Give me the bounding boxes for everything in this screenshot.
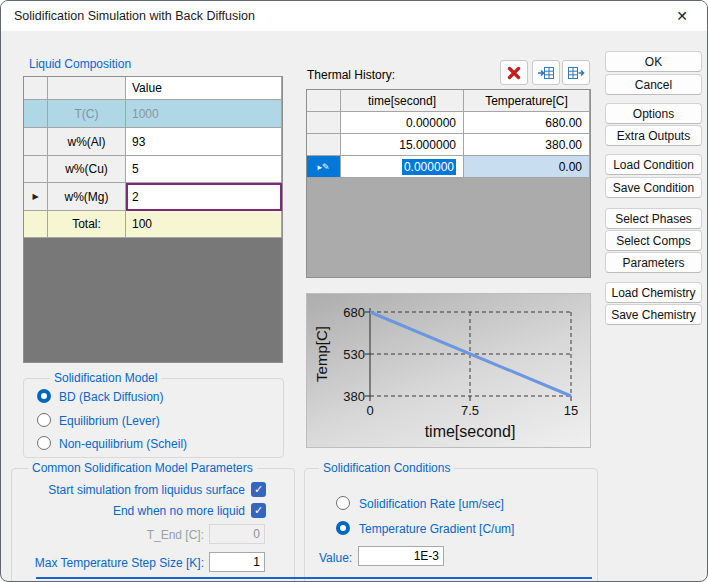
- current-row-header[interactable]: ▶: [24, 183, 48, 211]
- thermal-temp-cell[interactable]: 680.00: [464, 112, 590, 134]
- ok-button[interactable]: OK: [605, 51, 702, 72]
- solidification-model-title: Solidification Model: [50, 371, 161, 385]
- liquid-composition-table: Value T(C) 1000 w%(Al) 93 w%(Cu) 5 ▶ w%(…: [23, 76, 283, 363]
- comp-header-name: [48, 77, 126, 100]
- clipped-panel-top-border: [36, 577, 592, 579]
- comp-row-label: T(C): [48, 100, 126, 128]
- editing-row-header[interactable]: ▸✎: [307, 156, 341, 178]
- comp-row-value[interactable]: 93: [126, 128, 282, 156]
- options-button[interactable]: Options: [605, 103, 702, 124]
- row-header[interactable]: [307, 112, 341, 134]
- thermal-history-chart: 680 530 380 0 7.5 15 time[second] Temp[C…: [306, 293, 591, 448]
- load-condition-button[interactable]: Load Condition: [605, 154, 702, 175]
- thermal-temp-cell[interactable]: 380.00: [464, 134, 590, 156]
- thermal-time-cell-editing[interactable]: 0.000000: [341, 156, 464, 178]
- comp-row-label: w%(Al): [48, 128, 126, 156]
- radio-bd-label[interactable]: BD (Back Diffusion): [59, 390, 163, 404]
- editing-row: ▸✎ 0.000000 0.00: [307, 156, 590, 178]
- table-row: w%(Cu) 5: [24, 156, 282, 183]
- append-row-button[interactable]: [562, 60, 590, 85]
- select-phases-button[interactable]: Select Phases: [605, 208, 702, 229]
- chart-svg: 680 530 380 0 7.5 15 time[second] Temp[C…: [307, 294, 590, 447]
- radio-bd-back-diffusion[interactable]: [37, 389, 51, 403]
- comp-row-label: w%(Mg): [48, 183, 126, 211]
- row-header[interactable]: [307, 134, 341, 156]
- thermal-col-temperature: Temperature[C]: [464, 90, 590, 112]
- radio-non-equilibrium-scheil[interactable]: [37, 436, 51, 450]
- radio-equilibrium-lever[interactable]: [37, 413, 51, 427]
- radio-temperature-gradient[interactable]: [336, 521, 350, 535]
- solidification-rate-label[interactable]: Solidification Rate [um/sec]: [359, 497, 504, 511]
- end-no-liquid-checkbox[interactable]: ✓: [251, 503, 266, 518]
- delete-icon: [506, 65, 522, 81]
- start-liquidus-label[interactable]: Start simulation from liquidus surface: [21, 483, 245, 497]
- comp-header-stub: [24, 77, 48, 100]
- total-value: 100: [126, 211, 282, 238]
- parameters-button[interactable]: Parameters: [605, 252, 702, 273]
- thermal-time-cell[interactable]: 0.000000: [341, 112, 464, 134]
- thermal-col-time: time[second]: [341, 90, 464, 112]
- row-header[interactable]: [24, 156, 48, 183]
- xtick-7-5: 7.5: [461, 403, 479, 418]
- insert-row-icon: [537, 65, 555, 81]
- common-params-title: Common Solidification Model Parameters: [28, 461, 257, 475]
- comp-header-row: Value: [24, 77, 282, 100]
- table-row: 0.000000 680.00: [307, 112, 590, 134]
- comp-row-label: w%(Cu): [48, 156, 126, 183]
- select-comps-button[interactable]: Select Comps: [605, 230, 702, 251]
- radio-equilibrium-label[interactable]: Equilibrium (Lever): [59, 414, 160, 428]
- solidification-conditions-title: Solidification Conditions: [319, 461, 454, 475]
- thermal-history-table: time[second] Temperature[C] 0.000000 680…: [306, 89, 591, 278]
- table-row: T(C) 1000: [24, 100, 282, 128]
- row-header[interactable]: [24, 128, 48, 156]
- thermal-temp-cell[interactable]: 0.00: [464, 156, 590, 178]
- load-chemistry-button[interactable]: Load Chemistry: [605, 282, 702, 303]
- thermal-history-label: Thermal History:: [307, 68, 395, 82]
- gradient-value-input[interactable]: [358, 546, 444, 566]
- cancel-button[interactable]: Cancel: [605, 74, 702, 95]
- thermal-time-cell[interactable]: 15.000000: [341, 134, 464, 156]
- xtick-0: 0: [366, 403, 373, 418]
- radio-solidification-rate[interactable]: [336, 496, 350, 510]
- current-row-arrow-icon: ▶: [32, 192, 38, 201]
- xtick-15: 15: [564, 403, 578, 418]
- max-step-input[interactable]: [209, 552, 265, 572]
- temperature-gradient-label[interactable]: Temperature Gradient [C/um]: [359, 522, 514, 536]
- y-axis-label: Temp[C]: [313, 326, 330, 382]
- edit-pencil-icon: ▸✎: [317, 162, 329, 172]
- thermal-header-stub: [307, 90, 341, 112]
- radio-scheil-label[interactable]: Non-equilibrium (Scheil): [59, 437, 187, 451]
- liquid-composition-label: Liquid Composition: [29, 57, 131, 71]
- total-row: Total: 100: [24, 211, 282, 238]
- row-header: [24, 211, 48, 238]
- t-end-label: T_End [C]:: [21, 528, 204, 542]
- x-axis-label: time[second]: [425, 423, 516, 440]
- selected-cell-text: 0.000000: [402, 159, 456, 175]
- end-no-liquid-label[interactable]: End when no more liquid: [21, 504, 245, 518]
- append-row-icon: [567, 65, 585, 81]
- table-row: 15.000000 380.00: [307, 134, 590, 156]
- comp-row-value[interactable]: 1000: [126, 100, 282, 128]
- t-end-input: [209, 524, 265, 544]
- row-header[interactable]: [24, 100, 48, 128]
- ytick-680: 680: [343, 305, 365, 320]
- total-label: Total:: [48, 211, 126, 238]
- save-chemistry-button[interactable]: Save Chemistry: [605, 304, 702, 325]
- window-title: Solidification Simulation with Back Diff…: [14, 1, 255, 31]
- comp-header-value: Value: [126, 77, 282, 100]
- save-condition-button[interactable]: Save Condition: [605, 177, 702, 198]
- max-step-label: Max Temperature Step Size [K]:: [21, 556, 204, 570]
- comp-row-value[interactable]: 5: [126, 156, 282, 183]
- comp-current-cell[interactable]: 2: [126, 183, 282, 211]
- title-bar: Solidification Simulation with Back Diff…: [1, 1, 707, 31]
- start-liquidus-checkbox[interactable]: ✓: [251, 482, 266, 497]
- insert-row-button[interactable]: [532, 60, 560, 85]
- extra-outputs-button[interactable]: Extra Outputs: [605, 125, 702, 146]
- ytick-530: 530: [343, 347, 365, 362]
- thermal-header-row: time[second] Temperature[C]: [307, 90, 590, 112]
- table-row: w%(Al) 93: [24, 128, 282, 156]
- ytick-380: 380: [343, 389, 365, 404]
- value-label: Value:: [319, 551, 352, 565]
- close-icon[interactable]: ✕: [665, 4, 699, 28]
- delete-row-button[interactable]: [500, 60, 528, 85]
